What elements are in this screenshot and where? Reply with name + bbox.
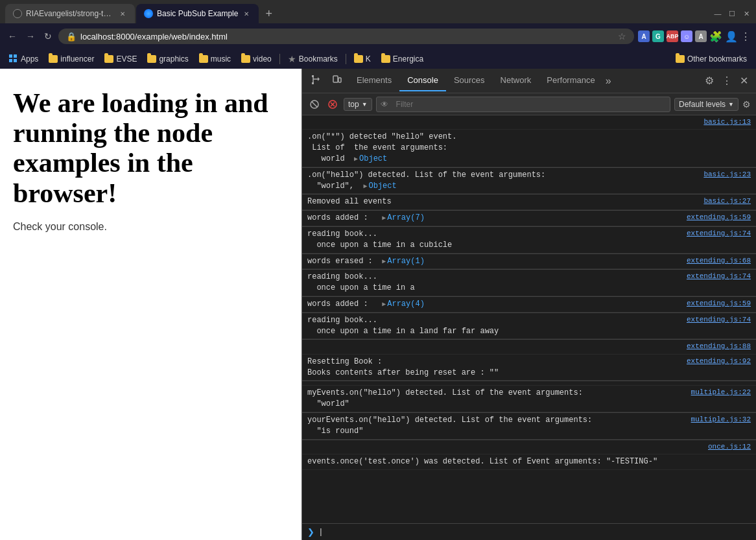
entry-right-e4[interactable]: basic.js:27	[698, 196, 751, 206]
bookmark-evse-label: EVSE	[116, 54, 137, 64]
console-entry-e16: once.js:12	[302, 440, 756, 454]
close-button[interactable]: ✕	[742, 9, 751, 18]
puzzle-icon[interactable]: 🧩	[709, 30, 722, 43]
object-tag-2[interactable]: Object	[368, 182, 396, 191]
console-entry-e7: words erased : ▶Array(1) extending.js:68	[302, 253, 756, 270]
inspect-element-button[interactable]	[307, 72, 325, 89]
entry-left-e3: .on("hello") detected. List of the event…	[307, 170, 698, 192]
bookmark-evse[interactable]: EVSE	[100, 53, 141, 65]
minimize-button[interactable]: —	[713, 9, 722, 18]
entry-left-e17: events.once('test.once') was detected. L…	[307, 456, 746, 467]
tab-title-2: Basic PubSub Example	[157, 9, 238, 18]
bookmarks-bar: Apps influencer EVSE graphics music vide…	[0, 49, 756, 69]
console-clear-button[interactable]	[307, 97, 322, 112]
entry-right-e5[interactable]: extending.js:59	[681, 213, 751, 222]
folder-icon-k	[354, 55, 363, 63]
folder-icon-graphics	[147, 55, 156, 63]
secure-icon: 🔒	[66, 32, 77, 41]
console-entry-e3: .on("hello") detected. List of the event…	[302, 167, 756, 194]
bookmark-video[interactable]: video	[237, 53, 276, 65]
console-entry-e4: Removed all events basic.js:27	[302, 194, 756, 210]
reload-button[interactable]: ↻	[41, 30, 54, 43]
more-tabs-button[interactable]: »	[603, 73, 614, 89]
tab-performance[interactable]: Performance	[539, 70, 602, 91]
forward-button[interactable]: →	[23, 30, 38, 43]
console-output[interactable]: basic.js:13 .on("*") detected "hello" ev…	[302, 115, 756, 523]
tab-network[interactable]: Network	[493, 70, 539, 91]
console-entry-e5: words added : ▶Array(7) extending.js:59	[302, 210, 756, 226]
filter-input[interactable]	[391, 99, 666, 110]
console-stop-button[interactable]	[325, 97, 340, 112]
new-tab-button[interactable]: +	[260, 5, 278, 23]
console-cursor[interactable]: |	[318, 527, 324, 537]
tab-elements[interactable]: Elements	[349, 70, 399, 91]
svg-rect-1	[14, 54, 17, 58]
ext-other-icon[interactable]: ☺	[681, 30, 692, 42]
device-toggle-button[interactable]	[328, 72, 346, 89]
ext-a2-icon[interactable]: A	[695, 30, 707, 42]
back-button[interactable]: ←	[5, 30, 19, 43]
entry-right-e11[interactable]: extending.js:88	[681, 342, 751, 351]
apps-grid-icon	[9, 54, 18, 64]
entry-right-e6[interactable]: extending.js:74	[681, 229, 751, 239]
entry-left-e4: Removed all events	[307, 196, 698, 207]
entry-right-e10[interactable]: extending.js:74	[681, 315, 751, 325]
devtools-close-button[interactable]: ✕	[737, 72, 751, 89]
tab-close-1[interactable]: ✕	[118, 9, 127, 18]
bookmark-music[interactable]: music	[195, 53, 235, 65]
entry-right-e12[interactable]: extending.js:92	[681, 357, 751, 366]
entry-right-e7[interactable]: extending.js:68	[681, 256, 751, 266]
console-toolbar: top ▼ 👁 Default levels ▼ ⚙	[302, 93, 756, 115]
console-entry-e9: words added : ▶Array(4) extending.js:59	[302, 296, 756, 312]
log-levels-selector[interactable]: Default levels ▼	[674, 98, 738, 111]
entry-right-e14[interactable]: multiple.js:22	[686, 388, 751, 397]
bookmark-k[interactable]: K	[350, 53, 375, 65]
tab-pubsub[interactable]: Basic PubSub Example ✕	[136, 4, 259, 23]
bookmark-bookmarks-label: Bookmarks	[299, 54, 338, 64]
devtools-panel: Elements Console Sources Network Perform…	[301, 69, 756, 540]
svg-rect-9	[333, 76, 338, 82]
tab-close-2[interactable]: ✕	[242, 9, 251, 18]
bookmark-apps[interactable]: Apps	[5, 53, 42, 65]
entry-right-e15[interactable]: multiple.js:32	[686, 415, 751, 425]
page-subtext: Check your console.	[13, 221, 289, 233]
bookmark-other[interactable]: Other bookmarks	[672, 53, 751, 65]
tab-sources[interactable]: Sources	[446, 70, 493, 91]
address-bar: ← → ↻ 🔒 localhost:8000/example/web/index…	[0, 23, 756, 49]
entry-right-e16[interactable]: once.js:12	[703, 442, 751, 452]
bookmark-graphics[interactable]: graphics	[143, 53, 192, 65]
eye-icon: 👁	[381, 100, 388, 109]
entry-right-e8[interactable]: extending.js:74	[681, 272, 751, 281]
devtools-tabs: Elements Console Sources Network Perform…	[349, 70, 614, 91]
bookmark-other-label: Other bookmarks	[687, 54, 747, 64]
entry-left-e1	[307, 117, 698, 127]
entry-right-e3[interactable]: basic.js:23	[698, 170, 751, 180]
tab-riaevangelist[interactable]: RIAEvangelist/strong-type: Allow... ✕	[5, 4, 135, 23]
object-tag-1[interactable]: Object	[359, 154, 387, 163]
bookmark-bookmarks[interactable]: ★ Bookmarks	[284, 53, 342, 65]
entry-right-e9[interactable]: extending.js:59	[681, 299, 751, 309]
bookmark-energica[interactable]: Energica	[377, 53, 427, 65]
context-value: top	[348, 100, 359, 109]
entry-right-e1[interactable]: basic.js:13	[698, 117, 751, 127]
console-entry-e6: reading book... once upon a time in a cu…	[302, 226, 756, 253]
profile-icon[interactable]: 👤	[725, 30, 738, 43]
devtools-settings-button[interactable]: ⚙	[702, 72, 716, 89]
more-button[interactable]: ⋮	[740, 30, 751, 43]
ext-abp-icon[interactable]: ABP	[667, 30, 678, 42]
ext-a-icon[interactable]: A	[638, 30, 650, 42]
array-tag-2[interactable]: Array(1)	[387, 257, 425, 266]
tab-console[interactable]: Console	[399, 70, 446, 91]
bookmark-star-icon[interactable]: ☆	[618, 31, 626, 41]
array-tag-1[interactable]: Array(7)	[387, 213, 425, 222]
svg-rect-2	[9, 59, 12, 62]
ext-g-icon[interactable]: G	[652, 30, 664, 42]
url-bar[interactable]: 🔒 localhost:8000/example/web/index.html …	[58, 29, 634, 44]
svg-rect-3	[14, 59, 17, 62]
console-settings-button[interactable]: ⚙	[742, 99, 751, 110]
context-selector[interactable]: top ▼	[344, 98, 372, 111]
maximize-button[interactable]: ☐	[727, 9, 737, 18]
bookmark-influencer[interactable]: influencer	[45, 53, 98, 65]
devtools-more-button[interactable]: ⋮	[719, 72, 735, 89]
array-tag-3[interactable]: Array(4)	[387, 299, 425, 309]
